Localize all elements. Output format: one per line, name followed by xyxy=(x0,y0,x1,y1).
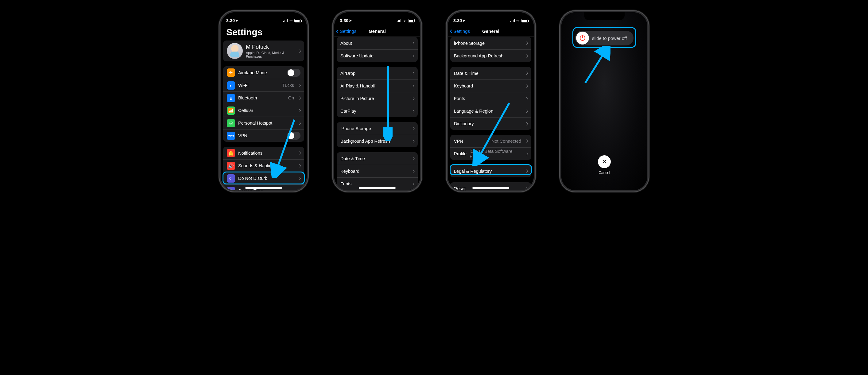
row-date-time[interactable]: Date & Time xyxy=(337,152,418,165)
cancel-button[interactable]: ✕ Cancel xyxy=(598,155,611,175)
notch xyxy=(584,12,625,20)
row-airdrop[interactable]: AirDrop xyxy=(337,67,418,80)
status-time: 3:30 xyxy=(453,18,462,23)
chevron-right-icon xyxy=(525,54,528,57)
chevron-right-icon xyxy=(298,122,301,125)
nav-title: General xyxy=(482,29,499,34)
dnd-icon: ☾ xyxy=(227,174,235,183)
chevron-right-icon xyxy=(412,84,415,88)
avatar xyxy=(227,43,243,59)
vpn-icon: VPN xyxy=(227,132,235,140)
chevron-right-icon xyxy=(412,97,415,100)
close-icon: ✕ xyxy=(598,155,611,168)
notch xyxy=(243,12,284,20)
row-vpn[interactable]: VPN VPN xyxy=(223,129,304,142)
row-vpn[interactable]: VPNNot Connected xyxy=(450,135,531,147)
slide-to-power-off[interactable]: slide to power off xyxy=(575,31,633,45)
chevron-right-icon xyxy=(525,152,528,155)
home-indicator[interactable] xyxy=(245,187,282,189)
row-carplay[interactable]: CarPlay xyxy=(337,105,418,117)
apple-id-row[interactable]: M Potuck Apple ID, iCloud, Media & Purch… xyxy=(223,40,304,61)
nav-bar: Settings General xyxy=(448,26,534,37)
row-airplane-mode[interactable]: ✈︎ Airplane Mode xyxy=(223,66,304,79)
chevron-right-icon xyxy=(525,42,528,45)
row-language-region[interactable]: Language & Region xyxy=(337,190,418,190)
row-profile[interactable]: ProfileiOS 14 Beta Software Profile xyxy=(450,147,531,160)
screen-power-off: slide to power off ✕ Cancel xyxy=(561,12,647,190)
airplane-mode-toggle[interactable] xyxy=(287,69,301,77)
nav-title: General xyxy=(369,29,386,34)
row-keyboard[interactable]: Keyboard xyxy=(337,165,418,177)
notch xyxy=(470,12,511,20)
annotation-arrow-icon xyxy=(580,46,611,86)
chevron-right-icon xyxy=(298,152,301,155)
row-picture-in-picture[interactable]: Picture in Picture xyxy=(337,92,418,105)
row-background-app-refresh[interactable]: Background App Refresh xyxy=(450,50,531,62)
row-language-region[interactable]: Language & Region xyxy=(450,105,531,117)
svg-line-3 xyxy=(585,49,607,83)
location-services-icon: ➤ xyxy=(236,19,238,23)
chevron-right-icon xyxy=(298,84,301,87)
wifi-settings-icon: ᯤ xyxy=(227,81,235,90)
chevron-left-icon xyxy=(450,29,453,33)
row-iphone-storage[interactable]: iPhone Storage xyxy=(450,37,531,50)
chevron-left-icon xyxy=(336,29,339,33)
row-wifi[interactable]: ᯤ Wi-Fi Tucks xyxy=(223,79,304,91)
power-icon xyxy=(580,35,585,41)
row-personal-hotspot[interactable]: ⦾ Personal Hotspot xyxy=(223,117,304,129)
chevron-right-icon xyxy=(525,187,528,190)
home-indicator[interactable] xyxy=(472,187,509,189)
chevron-right-icon xyxy=(525,97,528,100)
row-dictionary[interactable]: Dictionary xyxy=(450,117,531,130)
sounds-icon: 🔊 xyxy=(227,162,235,170)
chevron-right-icon xyxy=(412,110,415,113)
row-about[interactable]: About xyxy=(337,37,418,50)
chevron-right-icon xyxy=(525,110,528,113)
row-cellular[interactable]: 📶 Cellular xyxy=(223,104,304,117)
row-date-time[interactable]: Date & Time xyxy=(450,67,531,80)
chevron-right-icon xyxy=(525,139,528,143)
row-do-not-disturb[interactable]: ☾ Do Not Disturb xyxy=(223,172,304,184)
row-reset[interactable]: Reset xyxy=(450,182,531,190)
chevron-right-icon xyxy=(412,42,415,45)
chevron-right-icon xyxy=(525,170,528,173)
nav-bar: Settings General xyxy=(334,26,420,37)
notch xyxy=(357,12,398,20)
location-services-icon: ➤ xyxy=(349,19,352,23)
wifi-icon xyxy=(516,19,520,22)
back-button[interactable]: Settings xyxy=(337,29,356,34)
power-slider-knob[interactable] xyxy=(576,32,589,44)
row-software-update[interactable]: Software Update xyxy=(337,50,418,62)
row-background-app-refresh[interactable]: Background App Refresh xyxy=(337,135,418,147)
row-iphone-storage[interactable]: iPhone Storage xyxy=(337,122,418,135)
phone-frame-2: 3:30 ➤ Settings General About Software U… xyxy=(334,12,420,190)
row-notifications[interactable]: 🔔 Notifications xyxy=(223,147,304,159)
row-fonts[interactable]: Fonts xyxy=(450,92,531,105)
status-time: 3:30 xyxy=(226,18,235,23)
row-sounds-haptics[interactable]: 🔊 Sounds & Haptics xyxy=(223,159,304,172)
row-legal-regulatory[interactable]: Legal & Regulatory xyxy=(450,165,531,177)
row-bluetooth[interactable]: ฿ Bluetooth On xyxy=(223,91,304,104)
battery-icon xyxy=(408,19,415,22)
chevron-right-icon xyxy=(525,84,528,88)
row-airplay-handoff[interactable]: AirPlay & Handoff xyxy=(337,80,418,92)
chevron-right-icon xyxy=(525,122,528,125)
slide-label: slide to power off xyxy=(592,36,627,41)
screen-settings-root: 3:30 ➤ Settings M Potuck Apple ID, iClou… xyxy=(221,12,307,190)
cellular-signal-icon xyxy=(510,19,515,22)
chevron-right-icon xyxy=(412,72,415,75)
cellular-signal-icon xyxy=(283,19,288,22)
chevron-right-icon xyxy=(298,164,301,167)
row-keyboard[interactable]: Keyboard xyxy=(450,80,531,92)
back-button[interactable]: Settings xyxy=(450,29,470,34)
chevron-right-icon xyxy=(412,127,415,130)
vpn-toggle[interactable] xyxy=(287,132,301,139)
profile-subtitle: Apple ID, iCloud, Media & Purchases xyxy=(246,51,294,58)
chevron-right-icon xyxy=(412,139,415,143)
cellular-signal-icon xyxy=(397,19,401,22)
chevron-right-icon xyxy=(412,182,415,185)
home-indicator[interactable] xyxy=(359,187,396,189)
chevron-right-icon xyxy=(298,177,301,180)
chevron-right-icon xyxy=(298,109,301,112)
battery-icon xyxy=(294,19,301,22)
